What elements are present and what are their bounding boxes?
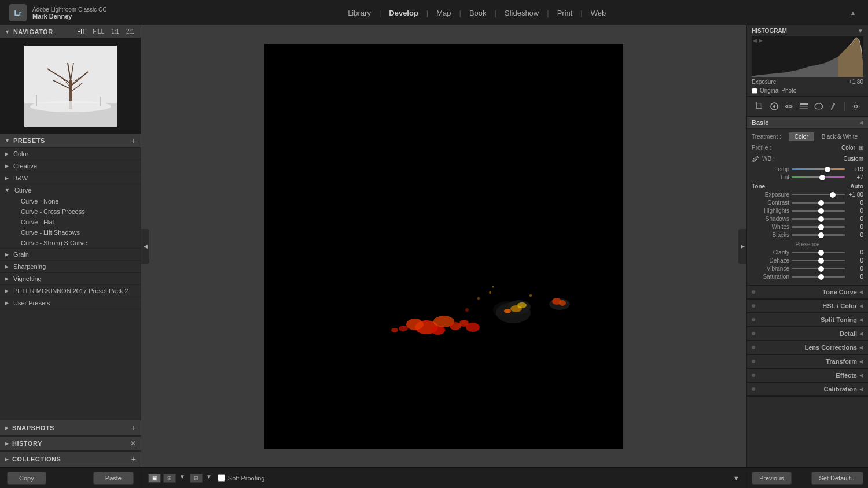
effects-header[interactable]: Effects ◀ <box>747 369 868 382</box>
previous-button[interactable]: Previous <box>752 472 792 485</box>
dehaze-slider-thumb[interactable] <box>818 258 824 264</box>
preset-group-peter-header[interactable]: ▶ PETER MCKINNON 2017 Preset Pack 2 <box>0 285 141 297</box>
calibration-header[interactable]: Calibration ◀ <box>747 383 868 396</box>
soft-proofing-control[interactable]: Soft Proofing <box>218 474 265 482</box>
nav-print[interactable]: Print <box>551 6 579 20</box>
zoom-2-1-btn[interactable]: 2:1 <box>124 28 136 35</box>
temp-slider-thumb[interactable] <box>825 167 830 172</box>
add-snapshot-btn[interactable]: + <box>131 423 136 432</box>
radial-filter-tool-icon[interactable] <box>812 100 825 113</box>
highlights-slider-thumb[interactable] <box>818 208 824 214</box>
tint-slider[interactable] <box>792 176 845 178</box>
contrast-slider[interactable] <box>792 202 845 204</box>
histogram-collapse-btn[interactable]: ▼ <box>858 28 863 34</box>
contrast-slider-thumb[interactable] <box>818 200 824 206</box>
exposure-slider-thumb[interactable] <box>830 192 836 198</box>
soft-proofing-checkbox[interactable] <box>218 474 225 482</box>
red-eye-tool-icon[interactable] <box>782 100 795 113</box>
left-panel-collapse-btn[interactable]: ◀ <box>141 229 149 264</box>
preset-group-creative-header[interactable]: ▶ Creative <box>0 160 141 172</box>
whites-slider-thumb[interactable] <box>818 224 824 230</box>
nav-map[interactable]: Map <box>431 6 457 20</box>
blacks-slider[interactable] <box>792 234 845 236</box>
adjustment-brush-tool-icon[interactable] <box>827 100 840 113</box>
preset-item-curve-cross-process[interactable]: Curve - Cross Process <box>0 206 141 217</box>
preset-item-curve-flat[interactable]: Curve - Flat <box>0 217 141 227</box>
zoom-fill-btn[interactable]: FILL <box>91 28 106 35</box>
auto-tone-btn[interactable]: Auto <box>850 183 863 190</box>
svg-point-34 <box>529 294 532 297</box>
shadows-slider[interactable] <box>792 218 845 220</box>
saturation-slider-thumb[interactable] <box>818 274 824 280</box>
crop-tool-icon[interactable] <box>753 100 766 113</box>
basic-section-header[interactable]: Basic ◀ <box>747 117 868 129</box>
nav-library[interactable]: Library <box>342 6 377 20</box>
collections-arrow-icon: ▶ <box>5 456 9 462</box>
blacks-slider-thumb[interactable] <box>818 232 824 238</box>
hist-shadows-clip-icon[interactable]: ◀ <box>753 38 757 43</box>
preset-group-grain-header[interactable]: ▶ Grain <box>0 249 141 260</box>
preset-group-bw-header[interactable]: ▶ B&W <box>0 172 141 184</box>
split-toning-header[interactable]: Split Toning ◀ <box>747 313 868 327</box>
preset-item-curve-none[interactable]: Curve - None <box>0 196 141 206</box>
paste-button[interactable]: Paste <box>93 472 134 485</box>
treatment-bw-btn[interactable]: Black & White <box>816 132 863 141</box>
highlights-slider[interactable] <box>792 210 845 212</box>
nav-book[interactable]: Book <box>464 6 492 20</box>
grid-view-btn[interactable]: ⊞ <box>163 474 176 483</box>
clarity-slider-thumb[interactable] <box>818 250 824 256</box>
preset-group-sharpening-header[interactable]: ▶ Sharpening <box>0 261 141 272</box>
collections-header[interactable]: ▶ Collections + <box>0 452 141 467</box>
tint-slider-thumb[interactable] <box>819 175 825 180</box>
zoom-fit-btn[interactable]: FIT <box>75 28 87 35</box>
clarity-slider[interactable] <box>792 252 845 253</box>
preset-item-curve-strong-s[interactable]: Curve - Strong S Curve <box>0 238 141 248</box>
vibrance-slider-thumb[interactable] <box>818 266 824 272</box>
compare-options-dropdown[interactable]: ▼ <box>206 474 212 483</box>
navigator-header[interactable]: ▼ Navigator FIT FILL 1:1 2:1 <box>0 25 141 38</box>
filmstrip-collapse-btn[interactable]: ▼ <box>733 475 740 482</box>
dehaze-slider[interactable] <box>792 260 845 261</box>
set-default-button[interactable]: Set Default... <box>811 472 863 485</box>
compare-view-btn[interactable]: ⊟ <box>190 474 203 483</box>
exposure-slider[interactable] <box>792 194 845 195</box>
wb-eyedropper-icon[interactable] <box>752 154 760 162</box>
hsl-color-header[interactable]: HSL / Color ◀ <box>747 300 868 313</box>
settings-tool-icon[interactable] <box>849 100 862 113</box>
right-panel-collapse-btn[interactable]: ▶ <box>738 229 746 264</box>
presets-header[interactable]: ▼ Presets + <box>0 134 141 148</box>
top-collapse-btn[interactable]: ▲ <box>847 7 859 19</box>
profile-grid-icon[interactable]: ⊞ <box>859 145 863 151</box>
shadows-slider-thumb[interactable] <box>818 216 824 222</box>
preset-group-color-header[interactable]: ▶ Color <box>0 148 141 160</box>
preset-group-user-header[interactable]: ▶ User Presets <box>0 297 141 309</box>
snapshots-header[interactable]: ▶ Snapshots + <box>0 420 141 436</box>
nav-web[interactable]: Web <box>585 6 612 20</box>
whites-slider[interactable] <box>792 226 845 228</box>
hist-highlights-clip-icon[interactable]: ▶ <box>759 38 763 43</box>
nav-slideshow[interactable]: Slideshow <box>499 6 545 20</box>
history-header[interactable]: ▶ History ✕ <box>0 437 141 451</box>
lens-corrections-header[interactable]: Lens Corrections ◀ <box>747 341 868 354</box>
saturation-slider[interactable] <box>792 276 845 278</box>
transform-header[interactable]: Transform ◀ <box>747 355 868 368</box>
graduated-filter-tool-icon[interactable] <box>797 100 810 113</box>
view-options-dropdown[interactable]: ▼ <box>179 474 185 483</box>
tone-curve-header[interactable]: Tone Curve ◀ <box>747 286 868 299</box>
preset-item-curve-lift-shadows[interactable]: Curve - Lift Shadows <box>0 227 141 238</box>
clear-history-btn[interactable]: ✕ <box>130 439 136 448</box>
zoom-1-1-btn[interactable]: 1:1 <box>109 28 121 35</box>
original-photo-checkbox[interactable] <box>752 88 757 94</box>
temp-slider[interactable] <box>792 168 845 170</box>
preset-group-curve-header[interactable]: ▼ Curve <box>0 184 141 196</box>
add-preset-btn[interactable]: + <box>131 136 136 145</box>
detail-header[interactable]: Detail ◀ <box>747 327 868 341</box>
nav-develop[interactable]: Develop <box>383 6 424 20</box>
copy-button[interactable]: Copy <box>7 472 46 485</box>
vibrance-slider[interactable] <box>792 268 845 269</box>
add-collection-btn[interactable]: + <box>131 454 136 464</box>
single-view-btn[interactable]: ▣ <box>148 474 161 483</box>
preset-group-vignetting-header[interactable]: ▶ Vignetting <box>0 273 141 284</box>
spot-removal-tool-icon[interactable] <box>768 100 781 113</box>
treatment-color-btn[interactable]: Color <box>789 132 814 141</box>
